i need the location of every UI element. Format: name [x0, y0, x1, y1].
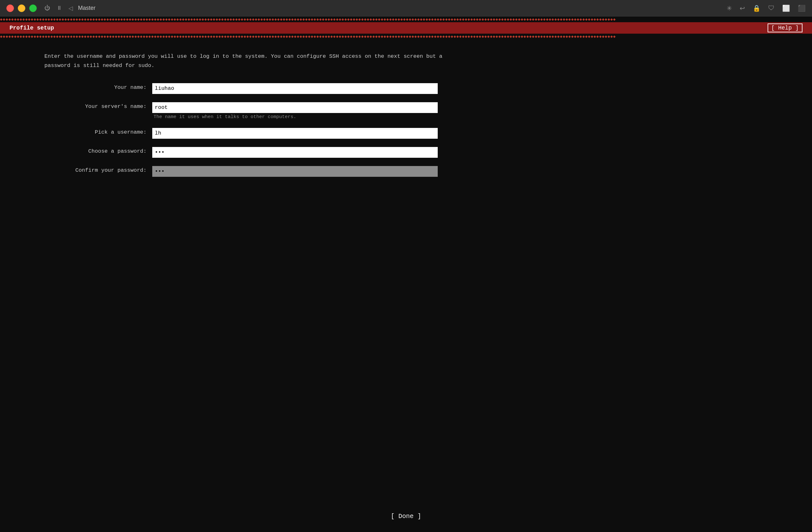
your-name-wrapper	[152, 83, 438, 94]
titlebar: ⏻ ⏸ ◁ Master ✳ ↩ 🔒 🛡 ⬜ ⬛	[0, 0, 812, 16]
confirm-password-input[interactable]	[152, 166, 438, 177]
bottom-diamond-border: ◆◆◆◆◆◆◆◆◆◆◆◆◆◆◆◆◆◆◆◆◆◆◆◆◆◆◆◆◆◆◆◆◆◆◆◆◆◆◆◆…	[0, 34, 812, 39]
titlebar-right: ✳ ↩ 🔒 🛡 ⬜ ⬛	[727, 4, 806, 12]
confirm-password-label: Confirm your password:	[44, 166, 152, 173]
password-wrapper	[152, 147, 438, 158]
server-name-group: Your server's name: The name it uses whe…	[44, 102, 768, 120]
traffic-lights	[6, 4, 37, 12]
titlebar-controls: ⏻ ⏸ ◁	[44, 5, 73, 12]
shield-icon: 🛡	[768, 4, 774, 12]
maximize-button[interactable]	[29, 4, 37, 12]
back-icon[interactable]: ◁	[69, 5, 73, 12]
lock-icon: 🔒	[753, 4, 760, 12]
username-group: Pick a username:	[44, 128, 768, 139]
your-name-label: Your name:	[44, 83, 152, 90]
server-name-label: Your server's name:	[44, 102, 152, 110]
your-name-group: Your name:	[44, 83, 768, 94]
diamond-pattern: ◆◆◆◆◆◆◆◆◆◆◆◆◆◆◆◆◆◆◆◆◆◆◆◆◆◆◆◆◆◆◆◆◆◆◆◆◆◆◆◆…	[0, 16, 812, 22]
pause-icon[interactable]: ⏸	[56, 5, 62, 11]
power-icon[interactable]: ⏻	[44, 5, 50, 11]
server-name-wrapper: The name it uses when it talks to other …	[152, 102, 438, 120]
bottom-bar: [ Done ]	[0, 501, 812, 532]
confirm-password-wrapper	[152, 166, 438, 177]
window-icon: ⬛	[798, 4, 806, 12]
help-button[interactable]: [ Help ]	[768, 24, 802, 32]
terminal: ◆◆◆◆◆◆◆◆◆◆◆◆◆◆◆◆◆◆◆◆◆◆◆◆◆◆◆◆◆◆◆◆◆◆◆◆◆◆◆◆…	[0, 16, 812, 532]
wifi-icon: ↩	[740, 4, 745, 12]
brightness-icon: ✳	[727, 4, 732, 12]
username-wrapper	[152, 128, 438, 139]
server-name-input[interactable]	[152, 102, 438, 113]
profile-setup-title: Profile setup	[10, 25, 54, 31]
content-area: Enter the username and password you will…	[0, 39, 812, 501]
confirm-password-group: Confirm your password:	[44, 166, 768, 177]
password-group: Choose a password:	[44, 147, 768, 158]
server-name-hint: The name it uses when it talks to other …	[152, 114, 438, 120]
header-bar: Profile setup [ Help ]	[0, 22, 812, 34]
close-button[interactable]	[6, 4, 14, 12]
minimize-button[interactable]	[18, 4, 25, 12]
username-input[interactable]	[152, 128, 438, 139]
sidebar-icon: ⬜	[782, 4, 790, 12]
top-diamond-border: ◆◆◆◆◆◆◆◆◆◆◆◆◆◆◆◆◆◆◆◆◆◆◆◆◆◆◆◆◆◆◆◆◆◆◆◆◆◆◆◆…	[0, 16, 812, 22]
done-button[interactable]: [ Done ]	[385, 510, 427, 522]
password-input[interactable]	[152, 147, 438, 158]
window-title: Master	[78, 5, 96, 11]
username-label: Pick a username:	[44, 128, 152, 135]
description-text: Enter the username and password you will…	[44, 52, 768, 70]
your-name-input[interactable]	[152, 83, 438, 94]
diamond-pattern-2: ◆◆◆◆◆◆◆◆◆◆◆◆◆◆◆◆◆◆◆◆◆◆◆◆◆◆◆◆◆◆◆◆◆◆◆◆◆◆◆◆…	[0, 34, 812, 39]
password-label: Choose a password:	[44, 147, 152, 154]
